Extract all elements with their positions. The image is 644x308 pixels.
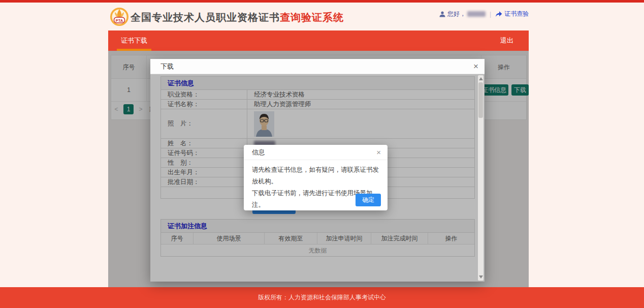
greeting-label: 您好，: [447, 10, 466, 18]
cert-check-label: 证书查验: [504, 10, 529, 18]
info-ok-button[interactable]: 确定: [356, 194, 381, 206]
main-navbar: 证书下载 退出: [108, 30, 529, 51]
site-header: PTA 全国专业技术人员职业资格证书查询验证系统 您好， | 证书查验: [108, 3, 529, 30]
share-arrow-icon: [495, 11, 502, 17]
page-footer: 版权所有：人力资源和社会保障部人事考试中心: [0, 287, 644, 308]
download-modal-header: 下载 ×: [150, 59, 485, 74]
cert-check-link[interactable]: 证书查验: [495, 10, 529, 18]
user-area: 您好， | 证书查验: [439, 10, 529, 18]
svg-text:PTA: PTA: [116, 18, 123, 23]
page-title-main: 全国专业技术人员职业资格证书: [131, 12, 280, 23]
pta-logo-icon: PTA: [110, 7, 129, 26]
download-modal-body: 证书信息 职业资格： 经济专业技术资格 证书名称： 助理人力资源管理师 照 片：: [150, 74, 485, 282]
tab-cert-download[interactable]: 证书下载: [117, 30, 151, 51]
download-modal-close-icon[interactable]: ×: [473, 59, 478, 74]
info-modal: 信息 × 请先检查证书信息，如有疑问，请联系证书发放机构。 下载电子证书前，请先…: [244, 145, 388, 210]
scrollbar-up-icon[interactable]: [479, 77, 483, 80]
scrollbar-down-icon[interactable]: [479, 275, 483, 279]
content-area: 序号 操作 1 证书信息 下载 < 1 > 跳 下载 ×: [108, 51, 529, 287]
logout-button[interactable]: 退出: [500, 30, 513, 51]
user-name-redacted: [467, 11, 486, 17]
download-modal-title: 下载: [160, 59, 174, 74]
app-window: PTA 全国专业技术人员职业资格证书查询验证系统 您好， | 证书查验 证书下载…: [0, 0, 644, 308]
page-title: 全国专业技术人员职业资格证书查询验证系统: [131, 11, 344, 24]
header-separator: |: [490, 11, 491, 18]
info-modal-title: 信息: [252, 145, 265, 160]
page-title-accent: 查询验证系统: [280, 12, 344, 23]
info-message-line1: 请先检查证书信息，如有疑问，请联系证书发放机构。: [252, 164, 382, 188]
scrollbar-thumb[interactable]: [478, 82, 483, 118]
download-modal: 下载 × 证书信息 职业资格： 经济专业技术资格 证书名称： 助理人力资源管理师: [150, 59, 485, 282]
copyright-text: 版权所有：人力资源和社会保障部人事考试中心: [0, 287, 644, 307]
user-icon: [439, 11, 446, 18]
info-modal-header: 信息 ×: [244, 145, 388, 160]
modal-scrollbar[interactable]: [478, 75, 484, 281]
info-modal-close-icon[interactable]: ×: [376, 145, 381, 160]
